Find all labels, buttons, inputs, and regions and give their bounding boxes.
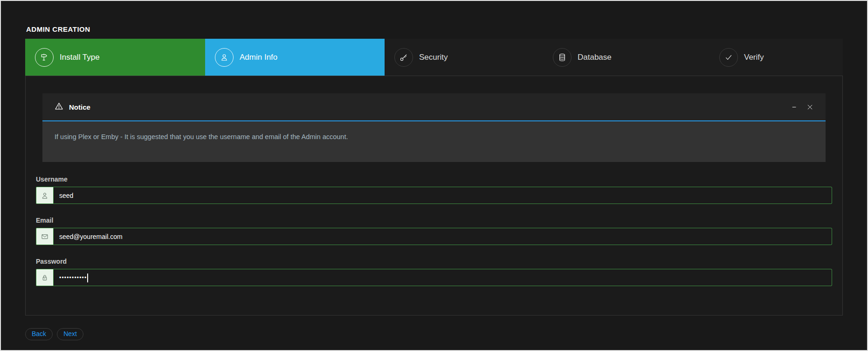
database-icon bbox=[553, 48, 572, 67]
person-icon bbox=[36, 187, 54, 204]
padlock-icon bbox=[36, 269, 54, 286]
password-field-group: Password bbox=[36, 258, 832, 286]
username-input-row bbox=[36, 187, 832, 204]
password-input-row bbox=[36, 269, 832, 286]
page-title: ADMIN CREATION bbox=[26, 25, 843, 34]
minimize-icon[interactable] bbox=[791, 104, 798, 111]
username-input[interactable] bbox=[54, 187, 832, 204]
username-label: Username bbox=[36, 176, 832, 183]
notice-panel: Notice If using Plex or Emby - It is sug… bbox=[42, 93, 826, 162]
email-input-wrap bbox=[54, 228, 832, 245]
tab-verify[interactable]: Verify bbox=[710, 39, 843, 76]
person-icon bbox=[215, 48, 234, 67]
wizard-nav-actions: Back Next bbox=[25, 328, 843, 340]
username-field-group: Username bbox=[36, 176, 832, 204]
close-icon[interactable] bbox=[806, 104, 813, 111]
password-input[interactable] bbox=[54, 269, 832, 286]
password-input-wrap bbox=[54, 269, 832, 286]
wizard-step-tabs: Install Type Admin Info Security Databas… bbox=[25, 39, 843, 76]
email-label: Email bbox=[36, 217, 832, 224]
email-input-row bbox=[36, 228, 832, 245]
notice-title: Notice bbox=[69, 103, 90, 111]
password-label: Password bbox=[36, 258, 832, 265]
next-button[interactable]: Next bbox=[57, 328, 83, 340]
signpost-icon bbox=[35, 48, 54, 67]
tab-database[interactable]: Database bbox=[543, 39, 710, 76]
email-input[interactable] bbox=[54, 228, 832, 245]
key-icon bbox=[394, 48, 413, 67]
main-content: ADMIN CREATION Install Type Admin Info S… bbox=[1, 1, 867, 340]
tab-label: Security bbox=[419, 53, 448, 62]
tab-label: Install Type bbox=[60, 53, 100, 62]
tab-label: Admin Info bbox=[240, 53, 277, 62]
checkmark-icon bbox=[719, 48, 738, 67]
notice-controls bbox=[791, 104, 813, 111]
tab-security[interactable]: Security bbox=[385, 39, 543, 76]
tab-label: Verify bbox=[744, 53, 764, 62]
username-input-wrap bbox=[54, 187, 832, 204]
tab-label: Database bbox=[578, 53, 612, 62]
back-button[interactable]: Back bbox=[25, 328, 53, 340]
notice-header: Notice bbox=[42, 93, 826, 121]
admin-info-panel: Notice If using Plex or Emby - It is sug… bbox=[25, 76, 843, 316]
tab-install-type[interactable]: Install Type bbox=[25, 39, 205, 76]
warning-triangle-icon bbox=[55, 102, 63, 112]
envelope-icon bbox=[36, 228, 54, 245]
setup-wizard-page: { "page": { "title": "ADMIN CREATION" },… bbox=[0, 0, 868, 351]
notice-body-text: If using Plex or Emby - It is suggested … bbox=[42, 121, 826, 162]
email-field-group: Email bbox=[36, 217, 832, 245]
text-caret bbox=[87, 274, 88, 282]
tab-admin-info[interactable]: Admin Info bbox=[205, 39, 385, 76]
